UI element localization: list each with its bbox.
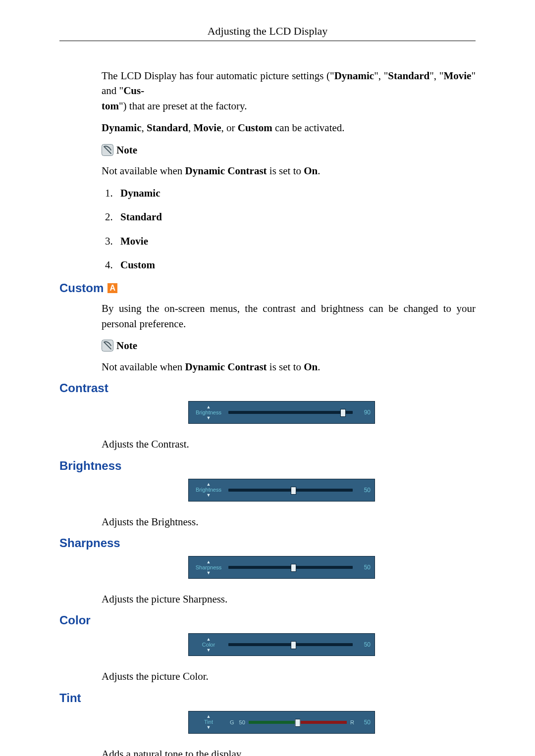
note-row: Note (102, 143, 476, 157)
mode-list-item: Dynamic (115, 186, 476, 201)
intro-paragraph-2: Dynamic, Standard, Movie, or Custom can … (102, 120, 476, 135)
custom-desc: By using the on-screen menus, the contra… (102, 301, 476, 331)
osd-brightness: ▲ Brightness ▼ 50 (188, 479, 375, 502)
triangle-down-icon: ▼ (207, 416, 211, 420)
page-header-title: Adjusting the LCD Display (59, 25, 476, 41)
triangle-up-icon: ▲ (207, 482, 211, 487)
triangle-down-icon: ▼ (207, 648, 211, 653)
osd-value: 90 (356, 409, 374, 416)
tint-desc: Adds a natural tone to the display. (102, 747, 476, 756)
osd-slider[interactable] (228, 402, 356, 423)
osd-slider[interactable] (228, 479, 356, 501)
osd-value: 50 (356, 487, 374, 494)
mode-list: Dynamic Standard Movie Custom (102, 186, 476, 273)
note-icon (102, 340, 113, 352)
note-label: Note (116, 338, 137, 353)
osd-tint: ▲ Tint ▼ G 50 R 50 (188, 711, 375, 734)
brightness-desc: Adjusts the Brightness. (102, 514, 476, 529)
osd-label: Brightness (196, 410, 221, 415)
osd-label-col: ▲ Tint ▼ (189, 714, 228, 730)
osd-label: Sharpness (196, 565, 222, 570)
mode-list-item: Custom (115, 257, 476, 272)
custom-block: By using the on-screen menus, the contra… (102, 301, 476, 374)
osd-label-col: ▲ Brightness ▼ (189, 405, 228, 420)
tint-r-label: R (349, 719, 356, 725)
contrast-desc: Adjusts the Contrast. (102, 437, 476, 452)
osd-value: 50 (356, 641, 374, 648)
osd-slider[interactable] (228, 556, 356, 578)
a-badge-icon: A (107, 283, 117, 293)
note-row: Note (102, 338, 476, 353)
heading-custom: Custom A (59, 281, 476, 295)
intro-paragraph-1: The LCD Display has four automatic pictu… (102, 68, 476, 113)
triangle-down-icon: ▼ (207, 725, 211, 730)
triangle-up-icon: ▲ (207, 405, 211, 409)
osd-label: Brightness (196, 487, 221, 493)
custom-note-body: Not available when Dynamic Contrast is s… (102, 359, 476, 374)
triangle-down-icon: ▼ (207, 571, 211, 575)
tint-g-label: G (228, 719, 236, 725)
heading-brightness: Brightness (59, 459, 476, 473)
osd-label: Color (202, 642, 215, 648)
heading-sharpness: Sharpness (59, 536, 476, 550)
osd-label-col: ▲ Brightness ▼ (189, 482, 228, 498)
triangle-down-icon: ▼ (207, 493, 211, 498)
note-icon (102, 144, 113, 156)
mode-list-item: Movie (115, 234, 476, 249)
triangle-up-icon: ▲ (207, 637, 211, 642)
triangle-up-icon: ▲ (207, 560, 211, 564)
osd-slider[interactable] (228, 634, 356, 655)
triangle-up-icon: ▲ (207, 714, 211, 719)
osd-label-col: ▲ Color ▼ (189, 637, 228, 653)
osd-tint-slider[interactable]: G 50 R (228, 711, 356, 733)
osd-contrast: ▲ Brightness ▼ 90 (188, 401, 375, 424)
intro-note-body: Not available when Dynamic Contrast is s… (102, 163, 476, 178)
heading-contrast: Contrast (59, 381, 476, 395)
osd-sharpness: ▲ Sharpness ▼ 50 (188, 556, 375, 579)
osd-label: Tint (204, 719, 213, 725)
tint-r-value: 50 (356, 719, 374, 726)
color-desc: Adjusts the picture Color. (102, 669, 476, 684)
heading-color: Color (59, 613, 476, 627)
heading-tint: Tint (59, 691, 476, 705)
osd-value: 50 (356, 564, 374, 571)
osd-label-col: ▲ Sharpness ▼ (189, 560, 228, 575)
sharpness-desc: Adjusts the picture Sharpness. (102, 592, 476, 606)
note-label: Note (116, 143, 137, 157)
osd-color: ▲ Color ▼ 50 (188, 633, 375, 656)
tint-block: Adds a natural tone to the display. Note… (102, 747, 476, 756)
tint-g-value: 50 (238, 719, 247, 725)
intro-block: The LCD Display has four automatic pictu… (102, 68, 476, 272)
mode-list-item: Standard (115, 209, 476, 224)
